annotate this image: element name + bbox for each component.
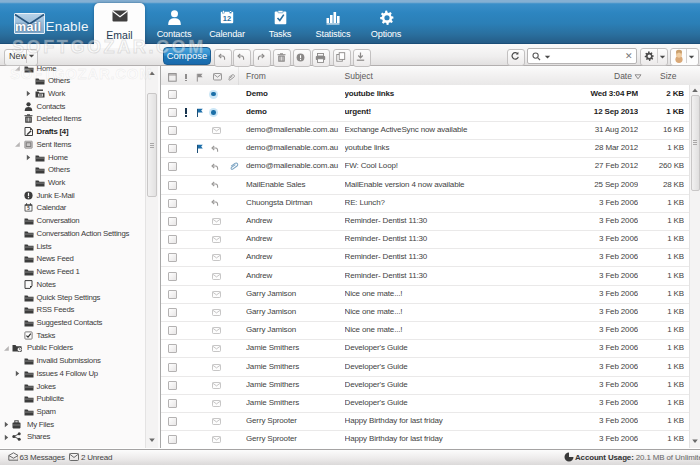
svg-text:12: 12 bbox=[223, 14, 231, 23]
